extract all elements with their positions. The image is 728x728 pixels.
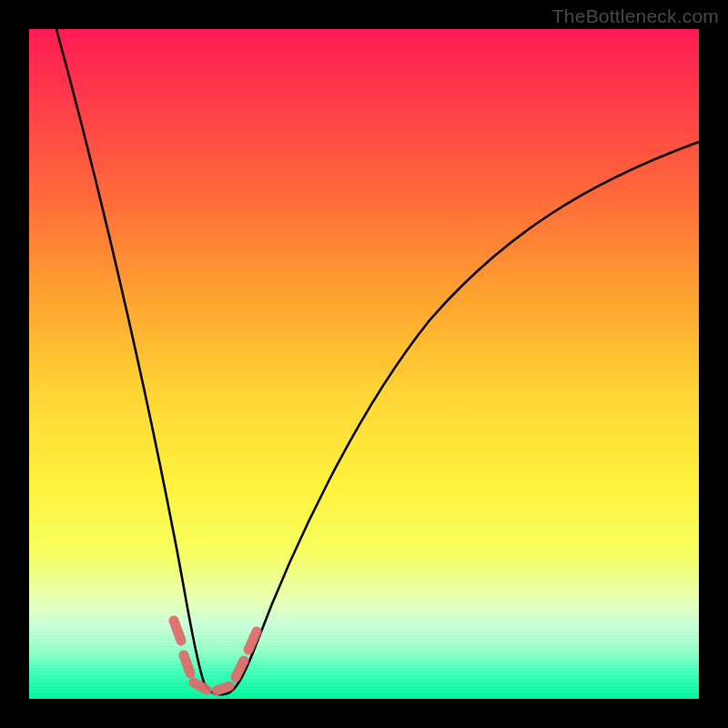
- chart-frame: TheBottleneck.com: [0, 0, 728, 728]
- gradient-banding: [29, 579, 699, 699]
- tolerance-marker: [194, 682, 207, 690]
- tolerance-marker: [217, 686, 229, 691]
- tolerance-marker: [248, 632, 257, 650]
- tolerance-marker: [184, 655, 190, 673]
- tolerance-marker: [236, 661, 244, 677]
- plot-area: [29, 29, 699, 699]
- watermark-text: TheBottleneck.com: [552, 5, 719, 27]
- chart-svg: [29, 29, 699, 699]
- tolerance-marker: [174, 621, 181, 641]
- bottleneck-curve: [56, 29, 699, 694]
- tolerance-marker-group: [174, 621, 257, 691]
